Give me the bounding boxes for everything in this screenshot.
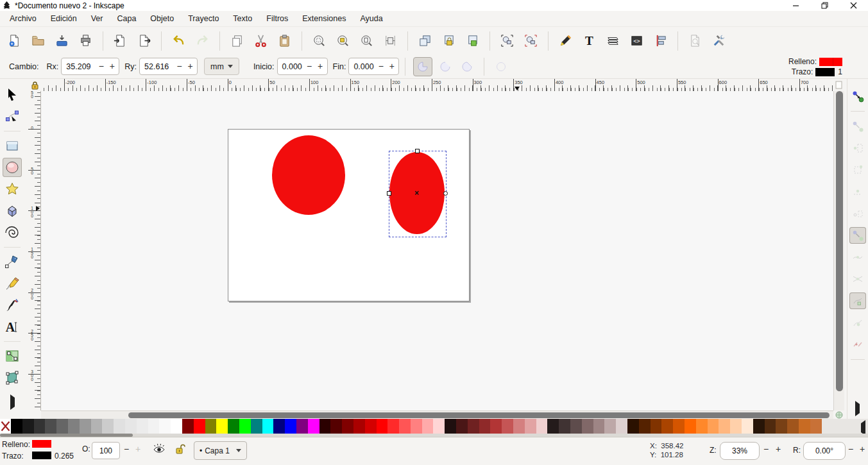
palette-swatch-58[interactable] (661, 419, 673, 434)
layer-visibility-toggle[interactable] (153, 443, 166, 457)
palette-swatch-11[interactable] (125, 419, 137, 434)
rx-value[interactable]: 35.209 (66, 62, 96, 71)
options-fill-swatch[interactable] (819, 58, 842, 66)
rotation-decrement-button[interactable]: − (848, 444, 853, 454)
red-ellipse-1[interactable] (272, 135, 345, 215)
palette-swatch-41[interactable] (468, 419, 479, 434)
palette-swatch-52[interactable] (593, 419, 605, 434)
palette-swatch-47[interactable] (536, 419, 548, 434)
toolbox-expand-button[interactable] (10, 398, 15, 407)
selector-tool-button[interactable] (3, 85, 22, 105)
palette-swatch-1[interactable] (11, 419, 22, 434)
palette-swatch-12[interactable] (137, 419, 148, 434)
palette-swatch-32[interactable] (365, 419, 377, 434)
menu-trayecto[interactable]: Trayecto (181, 12, 226, 25)
node-editor-tool-button[interactable] (3, 107, 22, 126)
opacity-field[interactable]: 100 (92, 442, 120, 459)
export-button[interactable] (133, 30, 155, 52)
print-button[interactable] (75, 30, 97, 52)
snap-intersections-button[interactable] (849, 271, 866, 287)
vertical-scrollbar[interactable] (833, 91, 844, 410)
close-button[interactable] (839, 0, 868, 11)
horizontal-scrollbar[interactable] (41, 410, 833, 419)
palette-swatch-22[interactable] (251, 419, 262, 434)
rotation-field[interactable]: 0.00° (803, 442, 846, 460)
palette-swatch-59[interactable] (673, 419, 685, 434)
cut-button[interactable] (250, 30, 272, 52)
palette-swatch-56[interactable] (639, 419, 651, 434)
palette-swatch-28[interactable] (319, 419, 331, 434)
palette-swatch-49[interactable] (559, 419, 570, 434)
palette-swatch-69[interactable] (787, 419, 799, 434)
menu-capa[interactable]: Capa (110, 12, 143, 25)
rectangle-tool-button[interactable] (3, 136, 22, 155)
rx-decrement-button[interactable]: − (96, 59, 106, 74)
save-button[interactable] (51, 30, 73, 52)
end-decrement-button[interactable]: − (375, 59, 386, 74)
snap-midpoints-button[interactable] (849, 336, 866, 353)
palette-swatch-62[interactable] (708, 419, 719, 434)
palette-swatch-4[interactable] (45, 419, 56, 434)
zoom-increment-button[interactable]: + (776, 444, 781, 454)
unit-dropdown[interactable]: mm (204, 58, 239, 75)
snap-bbox-centers-button[interactable] (849, 205, 866, 222)
text-dialog-button[interactable]: T (579, 30, 600, 52)
ry-increment-button[interactable]: + (185, 59, 196, 74)
layer-selector-dropdown[interactable]: • Capa 1 (194, 441, 247, 460)
zoom-field[interactable]: 33% (720, 442, 760, 460)
snap-bbox-midpoints-button[interactable] (849, 183, 866, 200)
opacity-decrement-button[interactable]: − (124, 444, 129, 454)
palette-swatch-65[interactable] (742, 419, 753, 434)
ellipse-arc-button[interactable] (436, 58, 454, 76)
duplicate-button[interactable] (414, 30, 436, 52)
snap-paths-button[interactable] (849, 249, 866, 266)
calligraphy-tool-button[interactable] (3, 296, 22, 315)
canvas[interactable]: × (41, 91, 833, 410)
palette-swatch-63[interactable] (719, 419, 730, 434)
horizontal-scrollbar-thumb[interactable] (128, 412, 830, 418)
start-value[interactable]: 0.000 (282, 62, 304, 71)
palette-swatch-10[interactable] (114, 419, 125, 434)
palette-swatch-61[interactable] (696, 419, 708, 434)
menu-extensiones[interactable]: Extensiones (295, 12, 353, 25)
palette-swatch-9[interactable] (102, 419, 114, 434)
star-tool-button[interactable] (3, 180, 22, 199)
palette-swatch-39[interactable] (445, 419, 456, 434)
pencil-tool-button[interactable] (3, 274, 22, 293)
undo-button[interactable] (168, 30, 190, 52)
snap-nodes-button[interactable] (849, 227, 866, 244)
palette-swatch-31[interactable] (353, 419, 365, 434)
palette-swatch-7[interactable] (80, 419, 91, 434)
palette-swatch-44[interactable] (502, 419, 513, 434)
palette-swatch-14[interactable] (159, 419, 171, 434)
palette-swatch-71[interactable] (810, 419, 822, 434)
arc-handle[interactable] (443, 191, 448, 196)
ry-decrement-button[interactable]: − (174, 59, 185, 74)
ruler-lock-button[interactable] (28, 79, 41, 91)
palette-swatch-43[interactable] (490, 419, 502, 434)
palette-swatch-23[interactable] (262, 419, 274, 434)
rx-spinbox[interactable]: 35.209 − + (61, 58, 119, 75)
palette-swatch-51[interactable] (582, 419, 593, 434)
text-tool-button[interactable]: A (3, 317, 22, 337)
menu-archivo[interactable]: Archivo (3, 12, 44, 25)
ry-spinbox[interactable]: 52.616 − + (139, 58, 198, 75)
palette-swatch-64[interactable] (730, 419, 742, 434)
ry-handle[interactable] (415, 149, 420, 153)
layer-lock-toggle[interactable] (174, 443, 186, 457)
palette-swatch-6[interactable] (68, 419, 80, 434)
unlink-clone-button[interactable] (462, 30, 484, 52)
palette-swatch-3[interactable] (34, 419, 46, 434)
group-button[interactable] (497, 30, 518, 52)
palette-swatch-24[interactable] (273, 419, 285, 434)
box3d-tool-button[interactable] (3, 201, 22, 221)
color-management-toggle[interactable] (833, 410, 844, 419)
new-document-button[interactable] (4, 30, 26, 52)
palette-swatch-none[interactable] (0, 419, 11, 434)
snap-smooth-nodes-button[interactable] (849, 314, 866, 331)
palette-swatch-30[interactable] (342, 419, 353, 434)
menu-edicion[interactable]: Edición (44, 12, 84, 25)
restore-button[interactable] (810, 0, 839, 11)
ellipse-slice-button[interactable] (413, 57, 432, 76)
palette-swatch-29[interactable] (330, 419, 342, 434)
